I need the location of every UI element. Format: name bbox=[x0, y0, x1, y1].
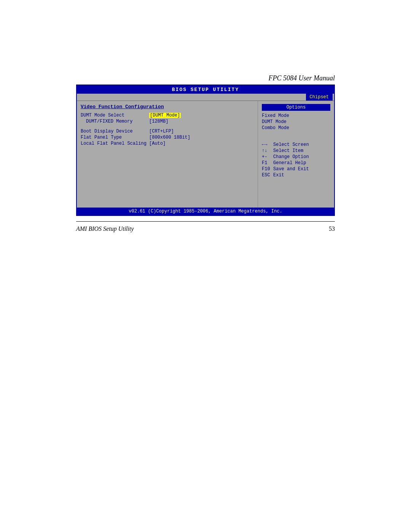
key-row-select-screen: ←→ Select Screen bbox=[262, 142, 330, 147]
key-sym-ud-arrows: ↑↓ bbox=[262, 148, 273, 153]
option-combo-mode: Combo Mode bbox=[262, 125, 330, 131]
page-container: FPC 5084 User Manual BIOS SETUP UTILITY … bbox=[0, 0, 411, 532]
table-row: Local Flat Panel Scaling [Auto] bbox=[81, 141, 254, 146]
key-sym-arrows: ←→ bbox=[262, 142, 273, 147]
key-desc-change-option: Change Option bbox=[273, 154, 309, 160]
bios-box: BIOS SETUP UTILITY Chipset Video Functio… bbox=[76, 85, 335, 216]
key-row-select-item: ↑↓ Select Item bbox=[262, 148, 330, 153]
key-row-esc: ESC Exit bbox=[262, 173, 330, 178]
spacer bbox=[81, 125, 254, 129]
row-value-flat-panel-type: [800x600 18Bit] bbox=[149, 135, 190, 140]
key-sym-plusminus: +- bbox=[262, 154, 273, 160]
bottom-divider-top bbox=[76, 221, 335, 222]
key-row-change-option: +- Change Option bbox=[262, 154, 330, 160]
key-sym-f1: F1 bbox=[262, 160, 273, 166]
row-value-dumt-fixed: [128MB] bbox=[149, 119, 168, 124]
key-sym-esc: ESC bbox=[262, 173, 273, 178]
key-row-save-exit: F10 Save and Exit bbox=[262, 166, 330, 172]
row-value-dumt-mode: [DUMT Mode] bbox=[149, 113, 181, 118]
row-value-boot-display: [CRT+LFP] bbox=[149, 129, 174, 134]
key-help-section: ←→ Select Screen ↑↓ Select Item +- Chang… bbox=[262, 142, 330, 178]
bios-tab-chipset[interactable]: Chipset bbox=[306, 94, 333, 101]
row-label-dumt-fixed: DUMT/FIXED Memory bbox=[81, 119, 149, 124]
option-dumt-mode: DUMT Mode bbox=[262, 119, 330, 125]
row-label-boot-display: Boot Display Device bbox=[81, 129, 149, 134]
row-label-flat-panel-type: Flat Panel Type bbox=[81, 135, 149, 140]
bottom-left-title: AMI BIOS Setup Utility bbox=[76, 225, 134, 232]
table-row: DUMT/FIXED Memory [128MB] bbox=[81, 119, 254, 124]
options-header: Options bbox=[262, 104, 330, 111]
key-row-general-help: F1 General Help bbox=[262, 160, 330, 166]
key-desc-esc: Exit bbox=[273, 173, 284, 178]
section-title: Video Function Configuration bbox=[81, 104, 254, 110]
row-label-dumt-mode: DUMT Mode Select bbox=[81, 113, 149, 118]
bios-footer: v02.61 (C)Copyright 1985-2006, American … bbox=[77, 208, 334, 215]
bios-tab-row: Chipset bbox=[77, 94, 334, 101]
bios-left-panel: Video Function Configuration DUMT Mode S… bbox=[77, 101, 258, 208]
bios-title-bar: BIOS SETUP UTILITY bbox=[77, 86, 334, 94]
key-sym-f10: F10 bbox=[262, 166, 273, 172]
bios-right-panel: Options Fixed Mode DUMT Mode Combo Mode … bbox=[258, 101, 334, 208]
bios-content: Video Function Configuration DUMT Mode S… bbox=[77, 101, 334, 208]
table-row: Boot Display Device [CRT+LFP] bbox=[81, 129, 254, 134]
row-value-flat-panel-scaling: [Auto] bbox=[149, 141, 166, 146]
key-desc-save-exit: Save and Exit bbox=[273, 166, 309, 172]
table-row: Flat Panel Type [800x600 18Bit] bbox=[81, 135, 254, 140]
option-fixed-mode: Fixed Mode bbox=[262, 113, 330, 118]
page-title: FPC 5084 User Manual bbox=[76, 74, 335, 82]
row-label-flat-panel-scaling: Local Flat Panel Scaling bbox=[81, 141, 149, 146]
key-desc-select-screen: Select Screen bbox=[273, 142, 309, 147]
bottom-section: AMI BIOS Setup Utility 53 bbox=[76, 225, 335, 232]
table-row: DUMT Mode Select [DUMT Mode] bbox=[81, 113, 254, 118]
key-desc-select-item: Select Item bbox=[273, 148, 303, 153]
bottom-page-number: 53 bbox=[329, 225, 335, 232]
key-desc-general-help: General Help bbox=[273, 160, 306, 166]
